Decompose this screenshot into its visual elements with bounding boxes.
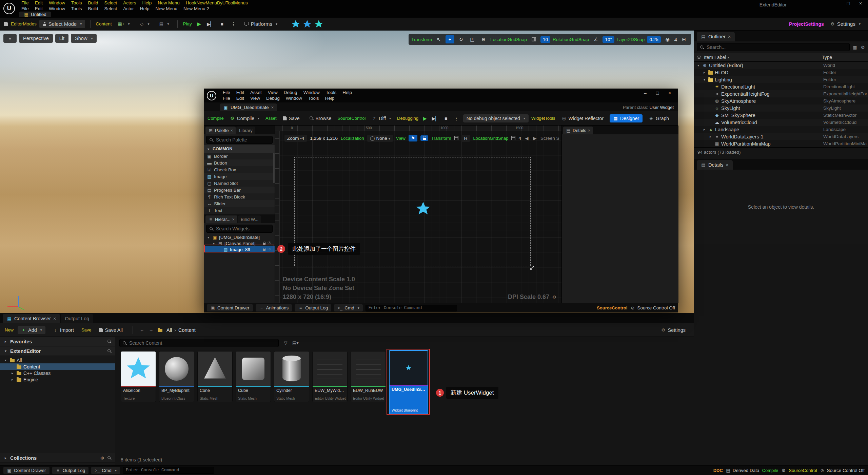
expand-arrow-icon[interactable]: ▸	[10, 378, 15, 381]
resize-handle-icon[interactable]	[529, 265, 535, 270]
palette-item-image[interactable]: ▨Image	[204, 173, 275, 180]
expand-arrow-icon[interactable]: ▾	[212, 242, 216, 245]
close-icon[interactable]: ×	[232, 217, 235, 222]
designer-canvas[interactable]: 0 500 1000 1500 Zoom -4 1,259 x 1,216 Lo…	[275, 126, 561, 303]
console-input[interactable]	[369, 306, 454, 310]
menu-item-window[interactable]: Window	[300, 90, 323, 95]
outliner-row[interactable]: ☼SkyLightSkyLight	[694, 104, 868, 112]
favorites-section[interactable]: ▸Favorites	[0, 337, 115, 346]
menu-item-file[interactable]: File	[18, 6, 32, 12]
menu-item-edit[interactable]: Edit	[32, 6, 46, 12]
flag-toggle-icon[interactable]: ⚑	[409, 135, 417, 141]
asset-tile-cube[interactable]: CubeStatic Mesh	[236, 351, 271, 402]
outliner-search[interactable]	[697, 43, 850, 51]
menu-item-edit[interactable]: Edit	[32, 0, 46, 6]
dpi-settings-gear-icon[interactable]: ⚙	[552, 294, 557, 300]
menu-item-view[interactable]: View	[265, 90, 281, 95]
palette-item-check-box[interactable]: ☑Check Box	[204, 166, 275, 173]
perspective-dropdown[interactable]: Perspective	[19, 34, 53, 43]
search-icon[interactable]	[107, 456, 112, 460]
cb-search[interactable]	[119, 339, 279, 347]
content-drawer-button[interactable]: ▣Content Drawer	[3, 467, 50, 474]
close-icon[interactable]: ×	[728, 34, 731, 39]
close-icon[interactable]: ×	[726, 162, 728, 168]
menu-item-actor[interactable]: Actor	[120, 6, 137, 12]
palette-item-button[interactable]: ▬Button	[204, 159, 275, 166]
menu-item-new-menu-2[interactable]: New Menu 2	[180, 6, 212, 12]
eye-icon[interactable]	[268, 248, 271, 250]
tab-library[interactable]: Library	[236, 127, 255, 134]
grid-snap-icon[interactable]	[511, 136, 515, 140]
camera-speed-value[interactable]: 4	[674, 37, 677, 42]
play-options-kebab-icon[interactable]: ⋮	[229, 20, 238, 28]
expand-arrow-icon[interactable]: ▾	[696, 63, 701, 67]
tab-content-browser[interactable]: ▦ Content Browser ×	[3, 314, 60, 323]
palette-scrollbar[interactable]	[273, 153, 275, 183]
close-button[interactable]: ×	[664, 90, 676, 96]
view-options-icon[interactable]: ▤▾	[292, 340, 299, 345]
hierarchy-search[interactable]	[206, 225, 273, 233]
graph-tab-button[interactable]: ◈Graph	[645, 114, 672, 122]
outliner-row[interactable]: ▸▲LandscapeLandscape	[694, 126, 868, 133]
close-icon[interactable]: ×	[271, 105, 274, 110]
save-icon[interactable]	[4, 22, 8, 26]
custom-sprite-button-3[interactable]	[314, 20, 323, 28]
menu-item-build[interactable]: Build	[85, 6, 101, 12]
content-drawer-button[interactable]: ▣Content Drawer	[207, 304, 253, 311]
menu-item-debug[interactable]: Debug	[281, 90, 300, 95]
type-column[interactable]: Type	[822, 55, 865, 60]
cinematics-button[interactable]: ▤▾	[155, 20, 172, 28]
close-button[interactable]: ×	[854, 1, 867, 6]
menu-item-actors[interactable]: Actors	[120, 0, 139, 6]
tab-outliner[interactable]: ▤ Outliner ×	[697, 32, 735, 41]
menu-item-select[interactable]: Select	[101, 0, 120, 6]
expand-arrow-icon[interactable]: ▾	[702, 78, 707, 81]
menu-item-edit[interactable]: Edit	[233, 95, 247, 101]
menu-item-help[interactable]: Help	[139, 0, 155, 6]
lock-toggle-icon[interactable]	[420, 135, 428, 141]
add-button[interactable]: +Add▾	[18, 326, 45, 334]
import-button[interactable]: ↓Import	[50, 326, 77, 334]
expand-arrow-icon[interactable]: ▸	[702, 71, 707, 74]
lock-icon[interactable]	[263, 243, 265, 245]
stop-button[interactable]: ■	[442, 114, 450, 122]
stop-button[interactable]: ■	[218, 20, 226, 28]
debug-object-dropdown[interactable]: No debug object selected▾	[463, 114, 529, 122]
debug-kebab-icon[interactable]: ⋮	[453, 114, 460, 122]
widget-reflector-button[interactable]: ◎Widget Reflector	[558, 114, 607, 122]
menu-item-new-menu[interactable]: New Menu	[152, 6, 180, 12]
outliner-search-input[interactable]	[707, 44, 847, 50]
source-control-status[interactable]: ⊘Source Control Off	[820, 468, 865, 473]
world-local-toggle-icon[interactable]: ⊕	[479, 35, 488, 43]
menu-item-file[interactable]: File	[220, 90, 233, 95]
menu-item-file[interactable]: File	[220, 95, 233, 101]
save-button[interactable]: Save	[279, 114, 303, 122]
forward-icon[interactable]: →	[149, 327, 154, 332]
asset-tile-euw-runeuw[interactable]: EUW_RunEUWEditor Utility Widget	[351, 351, 386, 402]
menu-item-edit[interactable]: Edit	[233, 90, 247, 95]
show-dropdown[interactable]: Show▾	[71, 34, 97, 43]
play-button[interactable]: ▶	[421, 114, 429, 122]
outliner-row[interactable]: ▸≡WorldDataLayers-1WorldDataLayers	[694, 133, 868, 140]
asset-tile-euw-mywidget[interactable]: EUW_MyWidgetEditor Utility Widget	[312, 351, 348, 402]
maximize-button[interactable]: □	[651, 90, 664, 96]
search-icon[interactable]	[107, 349, 112, 353]
grid-snap-value[interactable]: 4	[518, 136, 521, 141]
image-widget-sprite[interactable]	[416, 201, 431, 216]
grid-icon[interactable]	[454, 136, 458, 140]
rotation-snap-value[interactable]: 10°	[603, 36, 614, 43]
asset-tile-umg-usedinslate[interactable]: UMG_UsedInSlateWidget Blueprint	[389, 350, 428, 414]
compile-button[interactable]: ⚙Compile▾	[226, 114, 263, 122]
maximize-button[interactable]: □	[842, 1, 854, 6]
expand-arrow-icon[interactable]: ▸	[708, 135, 713, 138]
close-icon[interactable]: ×	[588, 128, 591, 133]
menu-item-new-menu[interactable]: New Menu	[155, 0, 183, 6]
hierarchy-search-input[interactable]	[216, 226, 270, 231]
camera-speed-icon[interactable]: ◉	[663, 35, 672, 43]
console-input[interactable]	[126, 468, 211, 473]
palette-item-border[interactable]: ▣Border	[204, 153, 275, 159]
add-collection-icon[interactable]: ⊕	[100, 455, 105, 460]
menu-item-window[interactable]: Window	[46, 6, 68, 12]
palette-item-rich-text-block[interactable]: ¶Rich Text Block	[204, 193, 275, 200]
eye-icon[interactable]	[268, 242, 271, 244]
